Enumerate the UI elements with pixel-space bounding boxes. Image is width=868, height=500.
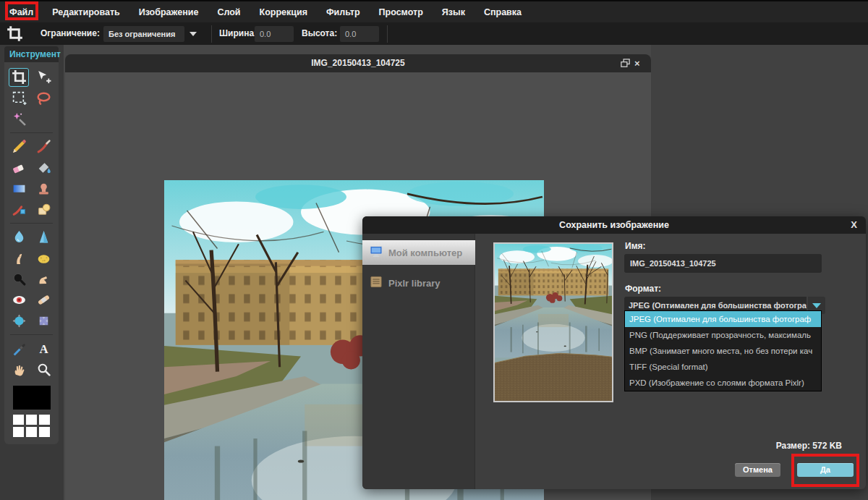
tool-marquee-icon[interactable]	[9, 89, 29, 108]
tool-eyedropper-icon[interactable]	[9, 339, 29, 358]
tool-sharpen-icon[interactable]	[34, 228, 54, 247]
color-swatch[interactable]	[13, 427, 24, 437]
svg-text:A: A	[40, 342, 48, 356]
foreground-color-swatch[interactable]	[13, 386, 51, 410]
menu-item-image[interactable]: Изображение	[139, 7, 199, 17]
library-icon	[370, 276, 383, 290]
width-label: Ширина:	[219, 22, 257, 45]
tool-panel-divider	[10, 132, 53, 133]
tool-red-eye-icon[interactable]	[9, 291, 29, 310]
tool-empty-cell	[34, 110, 54, 129]
format-option-jpeg[interactable]: JPEG (Оптимален для большинства фотограф	[625, 311, 821, 327]
color-swatch[interactable]	[26, 427, 37, 437]
constraint-dropdown[interactable]: Без ограничения	[103, 26, 184, 42]
format-options-list: JPEG (Оптимален для большинства фотограф…	[624, 310, 822, 391]
tab-pixlr-library[interactable]: Pixlr library	[362, 271, 475, 295]
tool-eraser-icon[interactable]	[9, 158, 29, 177]
cancel-button[interactable]: Отмена	[735, 463, 780, 477]
format-option-tiff[interactable]: TIFF (Special format)	[625, 359, 821, 375]
tool-color-replace-icon[interactable]	[9, 200, 29, 219]
tool-hand-icon[interactable]	[9, 360, 29, 379]
format-option-pxd[interactable]: PXD (Изображение со слоями формата Pixlr…	[625, 375, 821, 391]
tool-move-icon[interactable]	[34, 68, 54, 87]
constraint-dropdown-arrow-icon[interactable]	[190, 32, 197, 36]
tool-pencil-icon[interactable]	[9, 137, 29, 156]
tool-fill-icon[interactable]	[34, 158, 54, 177]
tool-panel-title: Инструмент	[4, 46, 59, 62]
tool-zoom-icon[interactable]	[34, 360, 54, 379]
tool-clone-icon[interactable]	[34, 200, 54, 219]
save-image-dialog: Сохранить изображение X Мой компьютерPix…	[362, 216, 866, 489]
close-window-icon[interactable]: ×	[634, 58, 645, 69]
tool-panel: A	[4, 62, 59, 444]
constraint-label: Ограничение:	[41, 22, 100, 45]
image-preview-thumbnail	[493, 242, 613, 402]
menu-item-edit[interactable]: Редактировать	[52, 7, 119, 17]
dialog-title: Сохранить изображение	[362, 216, 866, 234]
menu-item-filter[interactable]: Фильтр	[326, 7, 360, 17]
tool-panel-divider	[10, 334, 53, 335]
color-swatch-grid	[13, 415, 51, 437]
tool-heal-icon[interactable]	[34, 291, 54, 310]
tool-wand-icon[interactable]	[9, 110, 29, 129]
tool-stamp-icon[interactable]	[34, 179, 54, 198]
tab-label: Pixlr library	[388, 278, 441, 289]
height-label: Высота:	[302, 22, 337, 45]
tool-lasso-icon[interactable]	[34, 89, 54, 108]
restore-window-icon[interactable]	[620, 58, 631, 69]
tool-burn-icon[interactable]	[34, 270, 54, 289]
file-size-label: Размер: 572 KB	[776, 441, 842, 451]
crop-icon	[7, 25, 23, 45]
menu-bar: ФайлРедактироватьИзображениеСлойКоррекци…	[0, 0, 868, 22]
tool-smudge-icon[interactable]	[9, 249, 29, 268]
tool-options-bar: Ограничение: Без ограничения Ширина: 0.0…	[0, 22, 868, 45]
document-title: IMG_20150413_104725	[65, 54, 651, 72]
tool-panel-divider	[10, 223, 53, 224]
tool-dodge-icon[interactable]	[9, 270, 29, 289]
tool-crop-icon[interactable]	[9, 68, 29, 87]
menu-item-adjustment[interactable]: Коррекция	[260, 7, 307, 17]
menu-item-language[interactable]: Язык	[442, 7, 465, 17]
filename-input[interactable]	[624, 254, 822, 273]
tool-brush-icon[interactable]	[34, 137, 54, 156]
tab-my-computer[interactable]: Мой компьютер	[362, 240, 475, 265]
menu-item-help[interactable]: Справка	[484, 7, 522, 17]
ok-button[interactable]: Да	[797, 463, 854, 477]
tool-blur-icon[interactable]	[9, 228, 29, 247]
name-label: Имя:	[625, 241, 646, 251]
dialog-close-icon[interactable]: X	[851, 216, 857, 234]
height-input[interactable]: 0.0	[340, 26, 379, 42]
color-swatch[interactable]	[39, 415, 50, 425]
monitor-icon	[370, 245, 383, 260]
tab-label: Мой компьютер	[388, 247, 462, 258]
destination-tabs: Мой компьютерPixlr library	[362, 234, 475, 489]
tool-type-icon[interactable]: A	[34, 339, 54, 358]
format-option-bmp[interactable]: BMP (Занимает много места, но без потери…	[625, 343, 821, 359]
format-option-png[interactable]: PNG (Поддерживает прозрачность, максимал…	[625, 327, 821, 343]
tool-sponge-icon[interactable]	[34, 249, 54, 268]
tool-pinch-icon[interactable]	[34, 312, 54, 331]
document-titlebar[interactable]: IMG_20150413_104725 ×	[65, 54, 651, 72]
color-swatch[interactable]	[13, 415, 24, 425]
dialog-titlebar[interactable]: Сохранить изображение	[362, 216, 866, 234]
tool-gradient-icon[interactable]	[9, 179, 29, 198]
color-swatch[interactable]	[39, 427, 50, 437]
format-label: Формат:	[625, 284, 661, 294]
width-input[interactable]: 0.0	[255, 26, 294, 42]
menu-item-layer[interactable]: Слой	[217, 7, 240, 17]
tool-bloat-icon[interactable]	[9, 312, 29, 331]
menu-item-view[interactable]: Просмотр	[379, 7, 423, 17]
menu-item-file[interactable]: Файл	[9, 7, 33, 17]
color-swatch[interactable]	[26, 415, 37, 425]
